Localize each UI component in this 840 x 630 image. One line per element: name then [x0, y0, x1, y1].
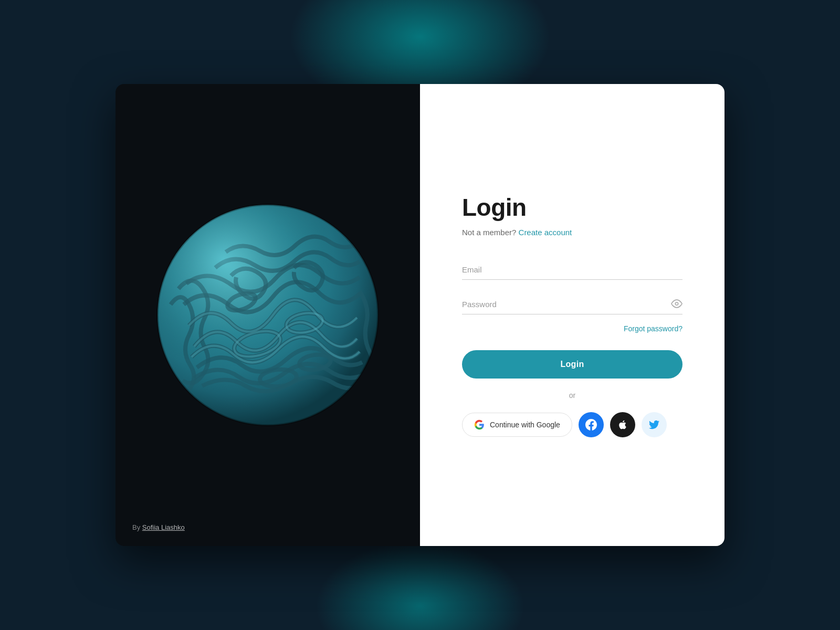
social-buttons-row: Continue with Google: [462, 412, 682, 437]
artist-credit: By Sofiia Liashko: [132, 523, 185, 531]
main-card: By Sofiia Liashko Login Not a member? Cr…: [116, 84, 724, 546]
email-input[interactable]: [462, 260, 682, 280]
or-divider: or: [462, 391, 682, 400]
facebook-icon: [585, 419, 597, 430]
google-button[interactable]: Continue with Google: [462, 413, 572, 437]
facebook-button[interactable]: [579, 412, 604, 437]
page-title: Login: [462, 193, 682, 222]
left-panel: By Sofiia Liashko: [116, 84, 420, 546]
password-wrapper: [462, 295, 682, 314]
twitter-button[interactable]: [642, 412, 667, 437]
create-account-link[interactable]: Create account: [519, 228, 572, 237]
artist-link[interactable]: Sofiia Liashko: [142, 523, 185, 531]
member-prompt: Not a member? Create account: [462, 228, 682, 237]
svg-point-11: [675, 302, 678, 305]
apple-button[interactable]: [610, 412, 635, 437]
login-button[interactable]: Login: [462, 350, 682, 379]
apple-icon: [617, 419, 628, 430]
email-group: [462, 260, 682, 280]
right-panel: Login Not a member? Create account Forgo…: [420, 84, 724, 546]
svg-point-9: [158, 205, 378, 425]
toggle-password-icon[interactable]: [671, 298, 682, 311]
forgot-password-link[interactable]: Forgot password?: [624, 324, 682, 333]
password-group: [462, 295, 682, 314]
google-icon: [474, 419, 485, 430]
twitter-icon: [649, 419, 659, 430]
forgot-password-container: Forgot password?: [462, 324, 682, 333]
password-input[interactable]: [462, 295, 682, 314]
sphere-artwork: [152, 200, 383, 430]
